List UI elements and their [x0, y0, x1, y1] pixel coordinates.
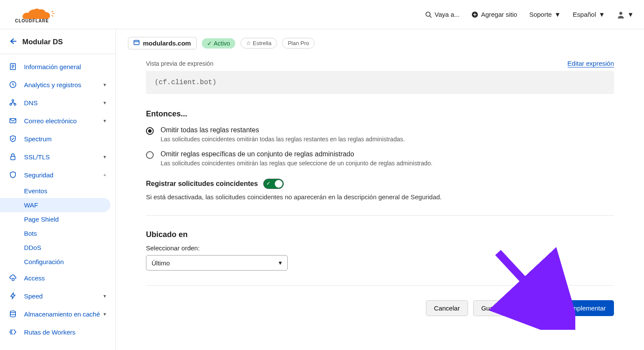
chevron-down-icon: ▾: [279, 259, 282, 267]
user-icon: [617, 11, 625, 18]
subnav-waf[interactable]: WAF: [0, 198, 110, 212]
svg-point-1: [426, 12, 430, 16]
svg-text:CLOUDFLARE: CLOUDFLARE: [15, 18, 49, 23]
subnav-bots[interactable]: Bots: [0, 226, 110, 240]
radio-skip-all[interactable]: Omitir todas las reglas restantes Las so…: [146, 126, 614, 143]
sidebar: Modular DS Información general Analytics…: [0, 29, 116, 350]
plus-circle-icon: [471, 11, 478, 18]
chevron-down-icon: ▼: [103, 119, 107, 123]
bolt-icon: [9, 292, 17, 300]
log-toggle[interactable]: ✓: [263, 179, 284, 189]
nav-item-workers[interactable]: Rutas de Workers: [0, 323, 115, 341]
shield-check-icon: [9, 134, 17, 143]
mail-icon: [9, 116, 17, 125]
topbar: CLOUDFLARE Vaya a... Agregar sitio Sopor…: [0, 0, 644, 29]
edit-expression-link[interactable]: Editar expresión: [568, 60, 614, 67]
expression-code: (cf.client.bot): [146, 71, 614, 94]
chevron-down-icon: ▼: [103, 312, 107, 317]
svg-rect-15: [10, 119, 16, 123]
shield-icon: [9, 170, 17, 179]
language-menu[interactable]: Español ▼: [573, 11, 605, 18]
svg-line-2: [430, 16, 431, 18]
chevron-down-icon: ▼: [554, 11, 561, 18]
svg-rect-16: [11, 156, 15, 160]
clock-icon: [9, 80, 17, 89]
website-icon: [134, 40, 140, 47]
chevron-down-icon: ▼: [103, 155, 107, 159]
radio-icon: [146, 151, 154, 159]
nav-item-access[interactable]: Access: [0, 269, 115, 287]
check-icon: ✓: [266, 180, 270, 186]
workers-icon: [9, 328, 17, 336]
back-arrow[interactable]: [9, 37, 17, 47]
search-trigger[interactable]: Vaya a...: [425, 11, 459, 18]
check-icon: ✓: [207, 40, 212, 47]
star-icon: ☆: [246, 40, 251, 46]
logo[interactable]: CLOUDFLARE: [9, 6, 60, 23]
sidebar-title: Modular DS: [22, 38, 63, 46]
lock-icon: [9, 152, 17, 161]
nav-item-dns[interactable]: DNS ▼: [0, 94, 115, 112]
svg-rect-19: [134, 40, 139, 45]
nav-item-spectrum[interactable]: Spectrum: [0, 130, 115, 148]
svg-point-12: [12, 100, 14, 101]
star-button[interactable]: ☆ Estrella: [240, 38, 277, 49]
chevron-down-icon: ▼: [103, 82, 107, 87]
status-pill: ✓ Activo: [202, 38, 235, 49]
subnav-eventos[interactable]: Eventos: [0, 184, 110, 198]
nav-item-ssl[interactable]: SSL/TLS ▼: [0, 148, 115, 166]
nav-item-email[interactable]: Correo electrónico ▼: [0, 112, 115, 130]
divider: [146, 215, 614, 216]
order-select[interactable]: Último ▾: [146, 255, 288, 271]
placement-title: Ubicado en: [146, 230, 614, 239]
plan-pill: Plan Pro: [282, 38, 315, 49]
radio-skip-specific[interactable]: Omitir reglas específicas de un conjunto…: [146, 150, 614, 167]
log-toggle-label: Registrar solicitudes coincidentes: [146, 180, 258, 188]
chevron-down-icon: ▼: [598, 11, 605, 18]
svg-point-13: [10, 103, 12, 105]
select-order-label: Seleccionar orden:: [146, 244, 614, 252]
support-menu[interactable]: Soporte ▼: [529, 11, 561, 18]
subnav-ddos[interactable]: DDoS: [0, 240, 110, 255]
domain-chip[interactable]: modulards.com: [128, 37, 197, 49]
user-menu[interactable]: ▼: [617, 11, 634, 18]
cloudflare-logo-icon: CLOUDFLARE: [9, 6, 60, 23]
add-site-button[interactable]: Agregar sitio: [471, 11, 517, 18]
nav-item-cache[interactable]: Almacenamiento en caché ▼: [0, 305, 115, 323]
deploy-button[interactable]: Implementar: [562, 300, 614, 316]
subnav-config[interactable]: Configuración: [0, 255, 110, 269]
expression-preview-label: Vista previa de expresión: [146, 60, 213, 67]
search-icon: [425, 11, 432, 18]
main-content: modulards.com ✓ Activo ☆ Estrella Plan P…: [116, 29, 644, 350]
chevron-down-icon: ▼: [103, 294, 107, 298]
nav-item-overview[interactable]: Información general: [0, 58, 115, 76]
then-title: Entonces...: [146, 110, 614, 119]
cancel-button[interactable]: Cancelar: [426, 300, 468, 316]
network-icon: [9, 98, 17, 107]
database-icon: [9, 310, 17, 318]
svg-point-18: [10, 311, 15, 313]
subnav-page-shield[interactable]: Page Shield: [0, 212, 110, 226]
chevron-down-icon: ▼: [627, 11, 634, 18]
svg-point-6: [620, 12, 623, 15]
nav-item-security[interactable]: Seguridad ▼: [0, 166, 115, 184]
divider: [146, 285, 614, 286]
log-toggle-desc: Si está desactivada, las solicitudes coi…: [146, 193, 614, 201]
clipboard-icon: [9, 62, 17, 71]
chevron-down-icon: ▼: [103, 100, 107, 105]
nav-item-analytics[interactable]: Analytics y registros ▼: [0, 76, 115, 94]
save-draft-button[interactable]: Guardar como borrador: [473, 300, 557, 316]
svg-point-14: [14, 103, 16, 105]
chevron-up-icon: ▼: [103, 173, 107, 177]
cloud-lock-icon: [9, 274, 17, 282]
nav-item-speed[interactable]: Speed ▼: [0, 287, 115, 305]
svg-rect-17: [12, 278, 14, 280]
radio-icon: [146, 127, 154, 135]
